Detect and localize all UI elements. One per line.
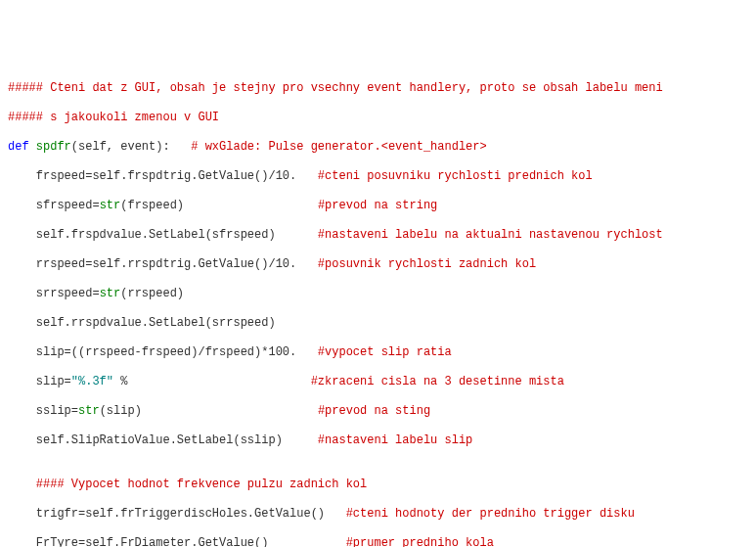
code-line: self.SlipRatioValue.SetLabel(sslip) #nas… (8, 433, 748, 448)
comment-line: ##### Cteni dat z GUI, obsah je stejny p… (8, 81, 748, 96)
code-line: rrspeed=self.rrspdtrig.GetValue()/10. #p… (8, 257, 748, 272)
code-line: frspeed=self.frspdtrig.GetValue()/10. #c… (8, 169, 748, 184)
code-line: sslip=str(slip) #prevod na sting (8, 404, 748, 419)
code-line: trigfr=self.frTriggerdiscHoles.GetValue(… (8, 507, 748, 522)
code-line: slip="%.3f" % #zkraceni cisla na 3 deset… (8, 375, 748, 389)
code-line: self.frspdvalue.SetLabel(sfrspeed) #nast… (8, 228, 748, 243)
comment-line: ##### s jakoukoli zmenou v GUI (8, 111, 748, 125)
code-line: srrspeed=str(rrspeed) (8, 287, 748, 301)
code-line: slip=((rrspeed-frspeed)/frspeed)*100. #v… (8, 345, 748, 360)
def-line: def spdfr(self, event): # wxGlade: Pulse… (8, 140, 748, 155)
code-block: ##### Cteni dat z GUI, obsah je stejny p… (8, 67, 748, 547)
comment-line: #### Vypocet hodnot frekvence pulzu zadn… (8, 478, 748, 492)
code-line: self.rrspdvalue.SetLabel(srrspeed) (8, 316, 748, 331)
code-line: FrTyre=self.FrDiameter.GetValue() #prume… (8, 536, 748, 547)
code-line: sfrspeed=str(frspeed) #prevod na string (8, 199, 748, 213)
